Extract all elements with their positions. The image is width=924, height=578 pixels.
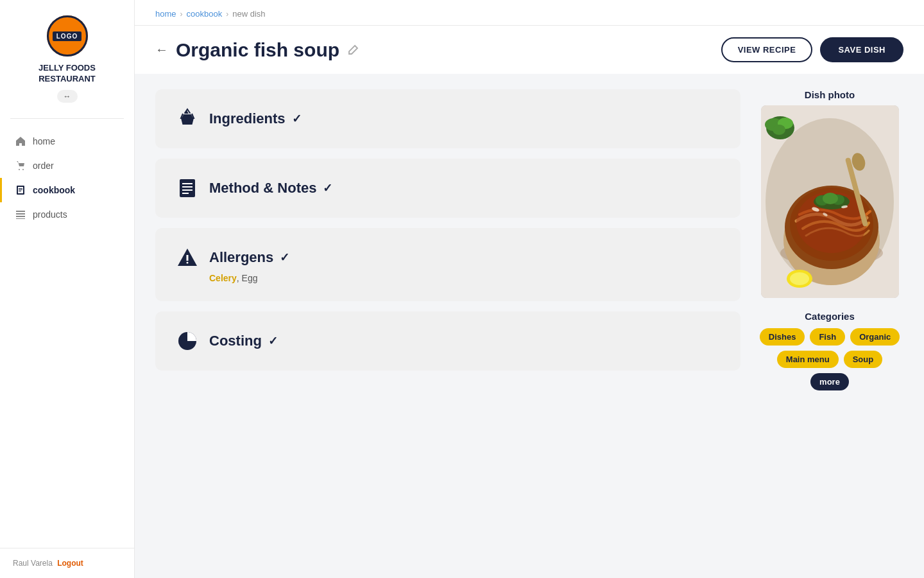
method-notes-title: Method & Notes ✓ — [209, 180, 332, 197]
categories-section: Categories Dishes Fish Organic Main menu… — [756, 311, 903, 390]
content-area: Ingredients ✓ — [135, 74, 924, 578]
sidebar-item-products[interactable]: products — [0, 202, 134, 227]
ingredients-title: Ingredients ✓ — [209, 110, 302, 127]
ingredients-check: ✓ — [292, 112, 302, 126]
sidebar-item-order-label: order — [33, 161, 54, 171]
back-button[interactable]: ← — [155, 42, 168, 57]
sidebar-divider — [10, 118, 124, 119]
sidebar-item-home[interactable]: home — [0, 129, 134, 153]
costing-icon — [176, 329, 199, 353]
category-dishes[interactable]: Dishes — [760, 328, 805, 346]
allergen-tags: Celery, Egg — [209, 273, 720, 283]
user-name: Raul Varela — [13, 559, 53, 568]
allergens-section[interactable]: Allergens ✓ Celery, Egg — [155, 228, 740, 301]
collapse-button[interactable]: ↔ — [57, 90, 78, 103]
costing-title: Costing ✓ — [209, 333, 278, 349]
allergen-egg: Egg — [242, 273, 258, 283]
right-panel: Dish photo — [756, 89, 903, 563]
view-recipe-button[interactable]: VIEW RECIPE — [721, 37, 813, 62]
allergens-title: Allergens ✓ — [209, 249, 289, 266]
dish-photo-svg — [761, 105, 899, 298]
allergen-celery: Celery — [209, 273, 237, 283]
categories-tags: Dishes Fish Organic Main menu Soup more — [756, 328, 903, 390]
svg-rect-1 — [182, 183, 193, 184]
svg-rect-4 — [182, 193, 189, 194]
sidebar-footer: Raul Varela Logout — [0, 548, 134, 578]
sidebar-item-products-label: products — [33, 209, 67, 220]
sidebar: LOGO JELLY FOODSRESTAURANT ↔ home order — [0, 0, 135, 578]
allergens-icon — [176, 246, 199, 269]
breadcrumb-sep-1: › — [180, 10, 183, 19]
edit-title-button[interactable] — [347, 44, 359, 56]
logout-link[interactable]: Logout — [57, 559, 83, 568]
sidebar-item-home-label: home — [33, 136, 55, 146]
method-notes-header: Method & Notes ✓ — [176, 177, 720, 200]
costing-check: ✓ — [268, 334, 278, 348]
breadcrumb-home[interactable]: home — [155, 9, 176, 19]
svg-rect-2 — [182, 186, 193, 188]
notes-icon — [176, 177, 199, 200]
dish-photo-section: Dish photo — [756, 89, 903, 298]
breadcrumb: home › cookbook › new dish — [155, 9, 903, 25]
sidebar-nav: home order cookbook — [0, 124, 134, 548]
allergens-check: ✓ — [280, 250, 289, 265]
products-icon — [15, 209, 26, 220]
restaurant-name: JELLY FOODSRESTAURANT — [38, 63, 96, 85]
svg-point-18 — [823, 193, 838, 204]
logo-area: LOGO JELLY FOODSRESTAURANT ↔ — [0, 0, 134, 113]
category-fish[interactable]: Fish — [810, 328, 845, 346]
svg-rect-0 — [180, 179, 195, 197]
costing-header: Costing ✓ — [176, 329, 720, 353]
page-header: ← Organic fish soup VIEW RECIPE SAVE DIS… — [135, 26, 924, 74]
logo: LOGO — [47, 15, 88, 57]
sidebar-item-cookbook-label: cookbook — [33, 185, 75, 195]
dish-photo-label: Dish photo — [805, 89, 855, 100]
top-bar: home › cookbook › new dish — [135, 0, 924, 26]
ingredients-header: Ingredients ✓ — [176, 107, 720, 130]
basket-icon — [176, 107, 199, 130]
header-actions: VIEW RECIPE SAVE DISH — [721, 37, 903, 62]
breadcrumb-cookbook[interactable]: cookbook — [187, 9, 223, 19]
cookbook-icon — [15, 184, 26, 196]
svg-point-6 — [187, 262, 189, 264]
method-notes-check: ✓ — [323, 181, 332, 195]
category-organic[interactable]: Organic — [850, 328, 900, 346]
category-more[interactable]: more — [810, 373, 849, 390]
sidebar-item-cookbook[interactable]: cookbook — [0, 178, 134, 202]
order-icon — [15, 160, 26, 171]
sidebar-item-order[interactable]: order — [0, 153, 134, 178]
category-soup[interactable]: Soup — [844, 351, 883, 368]
category-main-menu[interactable]: Main menu — [777, 351, 839, 368]
costing-section[interactable]: Costing ✓ — [155, 311, 740, 371]
svg-rect-3 — [182, 189, 193, 191]
save-dish-button[interactable]: SAVE DISH — [820, 37, 903, 62]
method-notes-section[interactable]: Method & Notes ✓ — [155, 159, 740, 218]
page-title: Organic fish soup — [176, 39, 339, 61]
breadcrumb-current: new dish — [232, 9, 265, 19]
main-content: home › cookbook › new dish ← Organic fis… — [135, 0, 924, 578]
allergen-sep: , — [237, 273, 242, 283]
dish-photo — [761, 105, 899, 298]
svg-rect-5 — [187, 255, 189, 261]
sections-column: Ingredients ✓ — [155, 89, 740, 563]
allergens-header: Allergens ✓ — [176, 246, 720, 269]
svg-point-29 — [790, 272, 809, 285]
categories-label: Categories — [805, 311, 855, 322]
breadcrumb-sep-2: › — [226, 10, 228, 19]
home-icon — [15, 136, 26, 147]
ingredients-section[interactable]: Ingredients ✓ — [155, 89, 740, 148]
svg-point-27 — [773, 125, 785, 135]
page-title-area: ← Organic fish soup — [155, 39, 359, 61]
